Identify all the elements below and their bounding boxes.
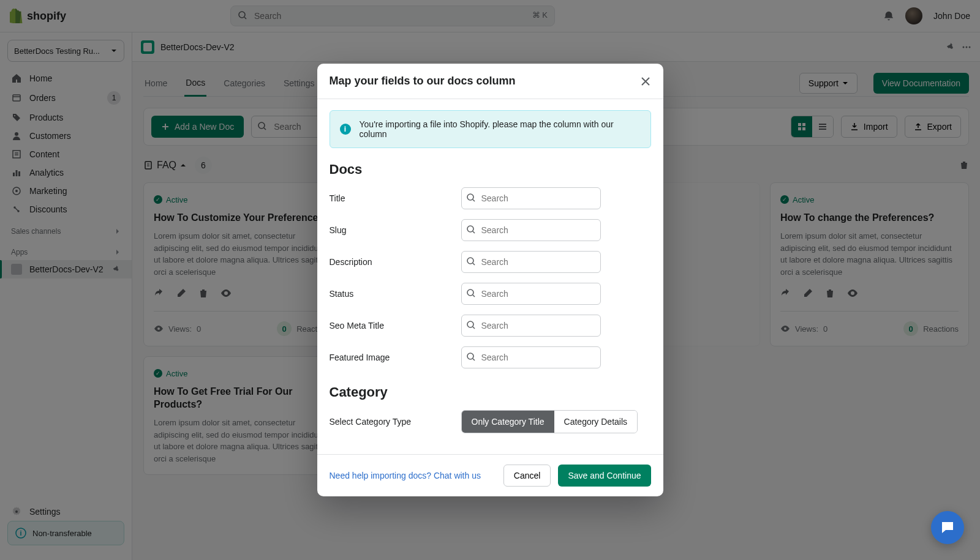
search-icon (466, 193, 476, 203)
search-icon (466, 256, 476, 266)
field-row-category-type: Select Category Type Only Category Title… (330, 410, 651, 433)
search-icon (466, 225, 476, 234)
chat-icon (940, 520, 956, 536)
cancel-button[interactable]: Cancel (503, 465, 551, 487)
modal-footer: Need help importing docs? Chat with us C… (317, 454, 663, 496)
svg-line-37 (473, 263, 475, 265)
section-category-heading: Category (330, 384, 651, 400)
modal-body: i You're importing a file into Shopify. … (317, 99, 663, 454)
field-row-seo: Seo Meta Title (330, 315, 651, 337)
field-row-title: Title (330, 187, 651, 209)
section-docs-heading: Docs (330, 162, 651, 177)
close-button[interactable] (640, 76, 651, 87)
svg-line-41 (473, 327, 475, 329)
info-icon: i (340, 124, 351, 135)
field-label: Select Category Type (330, 417, 449, 427)
search-icon (466, 288, 476, 298)
field-label: Slug (330, 225, 449, 235)
field-input-image[interactable] (461, 346, 601, 368)
field-row-image: Featured Image (330, 346, 651, 368)
import-mapping-modal: Map your fields to our docs column i You… (317, 64, 663, 496)
search-icon (466, 352, 476, 362)
svg-point-40 (467, 321, 473, 327)
field-row-status: Status (330, 283, 651, 305)
svg-point-32 (467, 194, 473, 200)
field-input-title[interactable] (461, 187, 601, 209)
svg-point-38 (467, 289, 473, 296)
svg-point-42 (467, 353, 473, 359)
field-label: Status (330, 289, 449, 299)
field-input-status[interactable] (461, 283, 601, 305)
close-icon (640, 76, 651, 87)
modal-title: Map your fields to our docs column (330, 75, 516, 88)
field-input-slug[interactable] (461, 219, 601, 241)
field-label: Description (330, 257, 449, 267)
category-type-toggle: Only Category Title Category Details (461, 410, 638, 433)
category-opt-title[interactable]: Only Category Title (462, 411, 554, 433)
modal-overlay[interactable]: Map your fields to our docs column i You… (0, 0, 980, 560)
field-row-description: Description (330, 251, 651, 273)
svg-line-39 (473, 295, 475, 297)
svg-line-33 (473, 200, 475, 201)
banner-text: You're importing a file into Shopify. pl… (360, 119, 641, 139)
field-label: Seo Meta Title (330, 321, 449, 330)
info-banner: i You're importing a file into Shopify. … (330, 110, 651, 148)
field-input-description[interactable] (461, 251, 601, 273)
svg-line-35 (473, 231, 475, 233)
category-opt-details[interactable]: Category Details (554, 411, 638, 433)
field-label: Title (330, 193, 449, 203)
svg-point-34 (467, 226, 473, 232)
save-continue-button[interactable]: Save and Continue (558, 465, 650, 487)
svg-point-36 (467, 258, 473, 264)
search-icon (466, 320, 476, 330)
help-link[interactable]: Need help importing docs? Chat with us (330, 471, 481, 480)
field-input-seo[interactable] (461, 315, 601, 337)
field-label: Featured Image (330, 353, 449, 362)
field-row-slug: Slug (330, 219, 651, 241)
chat-fab[interactable] (931, 511, 964, 544)
modal-header: Map your fields to our docs column (317, 64, 663, 99)
svg-line-43 (473, 359, 475, 360)
